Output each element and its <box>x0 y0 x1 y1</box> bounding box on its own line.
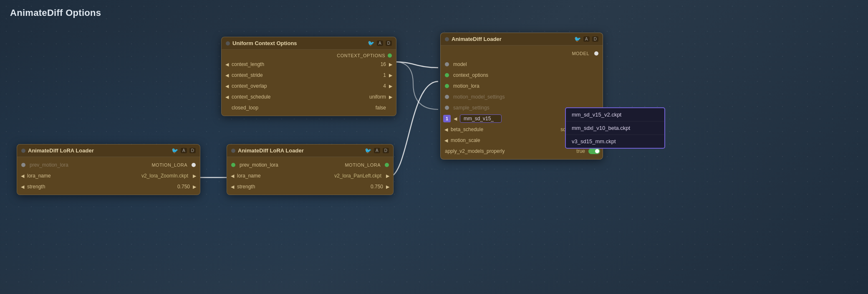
context-schedule-value: uniform <box>361 94 386 100</box>
model-name-left-arrow[interactable]: ◀ <box>452 116 458 122</box>
lora-loader-1-node: AnimateDiff LoRA Loader 🐦 A D prev_motio… <box>17 144 200 195</box>
motion-model-settings-row: motion_model_settings <box>441 91 603 102</box>
context-options-input-port[interactable] <box>445 73 449 77</box>
model-port-label: model <box>453 61 467 67</box>
context-overlap-label: context_overlap <box>232 83 372 89</box>
model-name-dropdown[interactable]: mm_sd_v15_v2.ckpt mm_sdxl_v10_beta.ckpt … <box>565 107 665 149</box>
model-name-field[interactable]: mm_sd_v15_ <box>460 114 502 123</box>
context-options-port-row: context_options <box>441 70 603 81</box>
lora1-motion-lora-output-port[interactable] <box>192 163 196 167</box>
motion-model-settings-port[interactable] <box>445 95 449 99</box>
lora2-name-left-arrow[interactable]: ◀ <box>230 173 235 179</box>
beta-schedule-left-arrow[interactable]: ◀ <box>443 127 449 132</box>
lora1-name-row: ◀ lora_name v2_lora_ZoomIn.ckpt ▶ <box>17 170 200 181</box>
motion-lora-port-label: motion_lora <box>453 83 479 89</box>
lora2-motion-lora-output-port[interactable] <box>385 163 389 167</box>
lora1-prev-motion-row: prev_motion_lora MOTION_LORA <box>17 160 200 170</box>
animatediff-loader-dot <box>445 37 449 41</box>
apply-v2-toggle[interactable] <box>588 148 600 154</box>
context-length-label: context_length <box>232 61 372 67</box>
closed-loop-label: closed_loop <box>224 105 359 111</box>
context-stride-row: ◀ context_stride 1 ▶ <box>222 70 396 81</box>
uniform-context-header: Uniform Context Options 🐦 A D <box>222 37 396 50</box>
apply-v2-label: apply_v2_models_properly <box>443 148 575 154</box>
bird-badge: 🐦 <box>368 40 374 46</box>
dropdown-item-mm-sdxl[interactable]: mm_sdxl_v10_beta.ckpt <box>566 122 664 135</box>
lora-loader-1-body: prev_motion_lora MOTION_LORA ◀ lora_name… <box>17 157 200 195</box>
lora-loader-2-node: AnimateDiff LoRA Loader 🐦 A D prev_motio… <box>227 144 394 195</box>
lora-loader-1-bird: 🐦 <box>172 147 178 154</box>
context-schedule-left-arrow[interactable]: ◀ <box>224 94 230 100</box>
uniform-context-node: Uniform Context Options 🐦 A D CONTEXT_OP… <box>221 37 396 116</box>
lora1-motion-lora-output-label: MOTION_LORA <box>151 162 187 167</box>
lora2-name-value: v2_lora_PanLeft.ckpt <box>310 173 381 179</box>
animatediff-loader-a-badge: A <box>583 36 590 42</box>
model-port-row: model <box>441 59 603 70</box>
animatediff-loader-title: AnimateDiff Loader <box>452 36 572 42</box>
dropdown-item-v3-sd15[interactable]: v3_sd15_mm.ckpt <box>566 135 664 148</box>
context-options-output-row: CONTEXT_OPTIONS <box>222 52 396 59</box>
context-stride-label: context_stride <box>232 72 372 78</box>
motion-lora-port-row: motion_lora <box>441 81 603 91</box>
lora1-name-right-arrow[interactable]: ▶ <box>192 173 197 179</box>
lora2-strength-row: ◀ strength 0.750 ▶ <box>227 181 393 192</box>
context-stride-value: 1 <box>373 72 386 78</box>
lora-loader-2-title: AnimateDiff LoRA Loader <box>238 147 362 154</box>
lora1-strength-value: 0.750 <box>177 184 190 190</box>
lora2-name-right-arrow[interactable]: ▶ <box>385 173 391 179</box>
closed-loop-row: closed_loop false <box>222 102 396 113</box>
lora-loader-2-bird: 🐦 <box>365 147 371 154</box>
lora2-strength-label: strength <box>237 184 369 190</box>
context-stride-left-arrow[interactable]: ◀ <box>224 73 230 78</box>
lora1-name-label: lora_name <box>27 173 107 179</box>
lora-loader-1-dot <box>21 149 25 153</box>
dropdown-item-mm-sd-v15[interactable]: mm_sd_v15_v2.ckpt <box>566 108 664 122</box>
context-options-port[interactable] <box>388 53 392 58</box>
context-overlap-right-arrow[interactable]: ▶ <box>388 84 394 89</box>
d-badge: D <box>386 41 392 46</box>
model-input-port[interactable] <box>445 62 449 66</box>
node-status-dot <box>226 41 230 46</box>
animatediff-loader-d-badge: D <box>592 36 598 42</box>
context-length-value: 16 <box>373 61 386 67</box>
animatediff-loader-header: AnimateDiff Loader 🐦 A D <box>441 33 603 46</box>
lora2-strength-left-arrow[interactable]: ◀ <box>230 184 235 190</box>
lora2-strength-right-arrow[interactable]: ▶ <box>385 184 391 190</box>
context-length-row: ◀ context_length 16 ▶ <box>222 59 396 70</box>
motion-lora-input-port[interactable] <box>445 84 449 88</box>
lora2-prev-motion-label: prev_motion_lora <box>240 162 278 168</box>
lora-loader-1-d-badge: D <box>189 148 196 153</box>
lora2-prev-motion-port[interactable] <box>231 163 235 167</box>
motion-model-settings-label: motion_model_settings <box>453 94 505 100</box>
lora1-prev-motion-label: prev_motion_lora <box>30 162 68 168</box>
lora1-strength-right-arrow[interactable]: ▶ <box>192 184 197 190</box>
context-options-port-label: context_options <box>453 72 488 78</box>
context-length-left-arrow[interactable]: ◀ <box>224 62 230 67</box>
motion-scale-label: motion_scale <box>451 137 524 143</box>
lora-loader-1-header: AnimateDiff LoRA Loader 🐦 A D <box>17 144 200 157</box>
lora2-name-row: ◀ lora_name v2_lora_PanLeft.ckpt ▶ <box>227 170 393 181</box>
lora2-strength-value: 0.750 <box>371 184 383 190</box>
lora1-strength-left-arrow[interactable]: ◀ <box>20 184 25 190</box>
lora-loader-2-header: AnimateDiff LoRA Loader 🐦 A D <box>227 144 393 157</box>
animatediff-loader-bird: 🐦 <box>574 36 581 42</box>
lora-loader-2-body: prev_motion_lora MOTION_LORA ◀ lora_name… <box>227 157 393 195</box>
lora1-name-left-arrow[interactable]: ◀ <box>20 173 25 179</box>
lora1-strength-row: ◀ strength 0.750 ▶ <box>17 181 200 192</box>
context-options-label: CONTEXT_OPTIONS <box>337 53 385 58</box>
model-output-label: MODEL <box>572 51 589 56</box>
context-length-right-arrow[interactable]: ▶ <box>388 62 394 67</box>
page-title: AnimateDiff Options <box>10 8 101 18</box>
sample-settings-label: sample_settings <box>453 105 490 111</box>
lora1-name-value: v2_lora_ZoomIn.ckpt <box>108 173 188 179</box>
beta-schedule-label: beta_schedule <box>451 127 524 132</box>
context-overlap-left-arrow[interactable]: ◀ <box>224 84 230 89</box>
context-stride-right-arrow[interactable]: ▶ <box>388 73 394 78</box>
lora-loader-2-dot <box>231 149 235 153</box>
context-schedule-right-arrow[interactable]: ▶ <box>388 94 394 100</box>
sample-settings-port[interactable] <box>445 106 449 110</box>
lora1-prev-motion-port[interactable] <box>21 163 25 167</box>
lora2-name-label: lora_name <box>237 173 308 179</box>
motion-scale-left-arrow[interactable]: ◀ <box>443 138 449 143</box>
model-output-port[interactable] <box>594 51 598 56</box>
